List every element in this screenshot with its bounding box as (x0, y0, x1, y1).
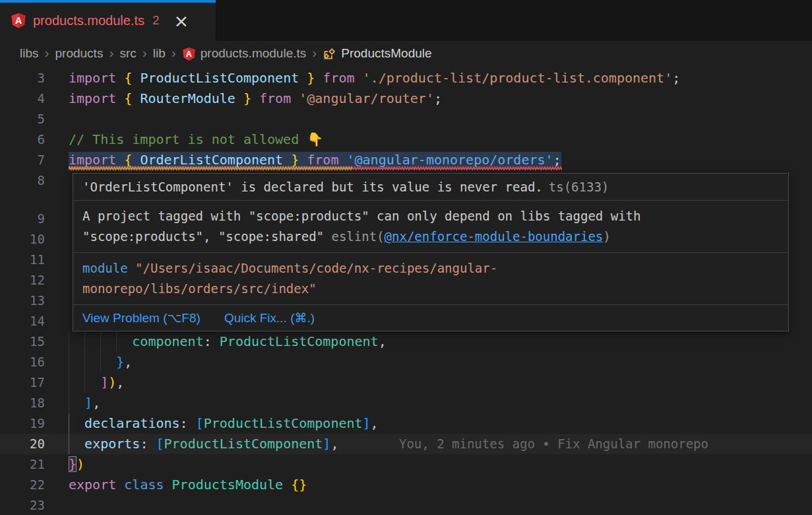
line-content: import { OrderListComponent } from '@ang… (69, 150, 561, 170)
line-number[interactable]: 12 (0, 270, 45, 291)
eslint-diagnostic-message: A project tagged with "scope:products" c… (73, 201, 788, 253)
indent-guide (69, 413, 69, 434)
eslint-diagnostic-text-line2: "scope:products", "scope:shared" (82, 229, 324, 244)
breadcrumb-label: products (55, 46, 104, 61)
angular-icon: A (182, 47, 196, 61)
tab-bar-empty-space (216, 0, 812, 41)
line-number[interactable]: 23 (0, 495, 45, 515)
breadcrumb-separator-icon: › (312, 45, 317, 61)
line-content: import { RouterModule } from '@angular/r… (69, 88, 442, 109)
line-number[interactable]: 11 (0, 250, 45, 270)
line-number[interactable]: 10 (0, 229, 45, 250)
ts-diagnostic-text: 'OrderListComponent' is declared but its… (82, 180, 543, 194)
line-content: component: ProductListComponent, (69, 331, 387, 352)
code-line-22[interactable]: 22export class ProductsModule {} (0, 475, 812, 495)
tab-products-module[interactable]: A products.module.ts 2 × (0, 0, 216, 41)
hover-action-bar: View Problem (⌥F8)Quick Fix... (⌘.) (73, 305, 788, 331)
indent-guide (100, 331, 101, 352)
quick-fix-button[interactable]: Quick Fix... (⌘.) (224, 310, 315, 326)
eslint-rule-link[interactable]: @nx/enforce-module-boundaries (385, 229, 604, 244)
line-content: // This import is not allowed 👇 (69, 129, 323, 150)
line-content: ], (69, 393, 100, 413)
breadcrumb-label: lib (153, 46, 166, 61)
line-number[interactable]: 16 (0, 352, 45, 372)
breadcrumb-item-products-module-ts[interactable]: Aproducts.module.ts (182, 46, 307, 61)
breadcrumb-item-src[interactable]: src (119, 46, 136, 61)
angular-file-icon: A (11, 13, 26, 28)
indent-guide (69, 372, 69, 393)
breadcrumb-label: src (119, 46, 136, 61)
breadcrumb-label: ProductsModule (341, 46, 431, 61)
line-number[interactable]: 9 (0, 209, 45, 229)
line-number[interactable]: 3 (0, 68, 45, 88)
line-content: }) (69, 454, 84, 475)
module-path-line2: monorepo/libs/orders/src/index" (82, 281, 317, 296)
line-number[interactable]: 21 (0, 454, 45, 475)
code-line-20[interactable]: 20 exports: [ProductListComponent],You, … (0, 434, 812, 454)
module-path-line1: "/Users/isaac/Documents/code/nx-recipes/… (128, 261, 498, 275)
breadcrumb-separator-icon: › (142, 45, 147, 61)
line-number[interactable]: 17 (0, 372, 45, 393)
ts-diagnostic-message: 'OrderListComponent' is declared but its… (73, 174, 788, 201)
line-content: declarations: [ProductListComponent], (69, 413, 379, 434)
tab-bar: A products.module.ts 2 × (0, 0, 812, 41)
code-line-3[interactable]: 3import { ProductListComponent } from '.… (0, 68, 812, 88)
diagnostic-hover-popup: 'OrderListComponent' is declared but its… (73, 173, 789, 331)
ts-diagnostic-source: ts(6133) (549, 180, 609, 194)
svg-text:A: A (15, 15, 22, 26)
line-content: import { ProductListComponent } from './… (69, 68, 680, 88)
line-number[interactable]: 22 (0, 475, 45, 495)
code-line-7[interactable]: 7import { OrderListComponent } from '@an… (0, 150, 812, 170)
line-number[interactable]: 18 (0, 393, 45, 413)
breadcrumb: libs›products›src›lib›Aproducts.module.t… (0, 41, 812, 66)
indent-guide (69, 393, 69, 413)
code-line-5[interactable]: 5 (0, 109, 812, 129)
line-content: ]), (69, 372, 124, 393)
code-line-17[interactable]: 17 ]), (0, 372, 812, 393)
eslint-source-prefix: eslint( (324, 229, 385, 244)
line-content: export class ProductsModule {} (69, 475, 307, 495)
breadcrumb-item-productsmodule[interactable]: ProductsModule (323, 46, 431, 61)
line-number[interactable]: 8 (0, 170, 45, 191)
code-line-6[interactable]: 6// This import is not allowed 👇 (0, 129, 812, 150)
code-line-18[interactable]: 18 ], (0, 393, 812, 413)
line-number[interactable]: 13 (0, 291, 45, 311)
highlighted-statement: import { OrderListComponent } from '@ang… (69, 152, 561, 169)
line-number[interactable]: 5 (0, 109, 45, 129)
line-number[interactable]: 15 (0, 331, 45, 352)
tab-title: products.module.ts (33, 13, 144, 28)
line-number[interactable]: 14 (0, 311, 45, 331)
indent-guide (84, 331, 85, 352)
breadcrumb-item-lib[interactable]: lib (153, 46, 166, 61)
line-number[interactable]: 19 (0, 413, 45, 434)
code-line-4[interactable]: 4import { RouterModule } from '@angular/… (0, 88, 812, 109)
breadcrumb-label: libs (20, 46, 39, 61)
indent-guide (100, 352, 101, 372)
breadcrumb-item-libs[interactable]: libs (20, 46, 39, 61)
line-number[interactable]: 6 (0, 129, 45, 150)
module-path-info: module "/Users/isaac/Documents/code/nx-r… (73, 253, 788, 305)
code-line-15[interactable]: 15 component: ProductListComponent, (0, 331, 812, 352)
close-tab-icon[interactable]: × (174, 12, 189, 30)
code-line-16[interactable]: 16 }, (0, 352, 812, 372)
breadcrumb-label: products.module.ts (201, 46, 307, 61)
line-number[interactable]: 7 (0, 150, 45, 170)
code-line-23[interactable]: 23 (0, 495, 812, 515)
line-content: exports: [ProductListComponent],You, 2 m… (69, 434, 708, 454)
line-number[interactable]: 4 (0, 88, 45, 109)
breadcrumb-separator-icon: › (45, 45, 49, 61)
eslint-diagnostic-text-line1: A project tagged with "scope:products" c… (82, 209, 640, 223)
code-line-21[interactable]: 21}) (0, 454, 812, 475)
vscode-window: A products.module.ts 2 × libs›products›s… (0, 0, 812, 515)
breadcrumb-item-products[interactable]: products (55, 46, 104, 61)
tab-error-count-badge: 2 (152, 13, 160, 28)
line-number[interactable]: 20 (0, 434, 45, 454)
breadcrumb-separator-icon: › (172, 45, 176, 61)
indent-guide (116, 331, 117, 352)
indent-guide (69, 352, 69, 372)
class-symbol-icon (323, 47, 336, 61)
view-problem-button[interactable]: View Problem (⌥F8) (82, 310, 201, 326)
eslint-source-suffix: ) (603, 229, 610, 244)
indent-guide (69, 331, 69, 352)
code-line-19[interactable]: 19 declarations: [ProductListComponent], (0, 413, 812, 434)
